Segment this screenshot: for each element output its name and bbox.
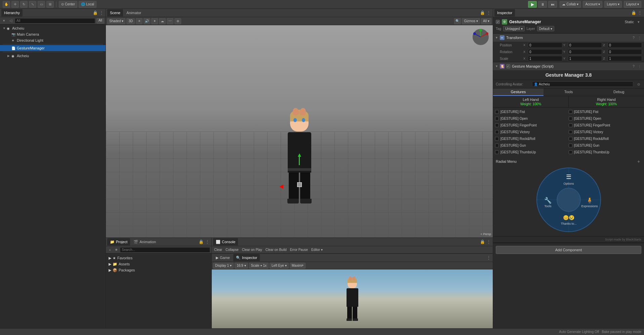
hierarchy-collapse-btn[interactable]: ◁ bbox=[8, 18, 13, 24]
scale-tool-btn[interactable]: ⤡ bbox=[29, 1, 36, 8]
multi-tool-btn[interactable]: ⊞ bbox=[46, 1, 54, 8]
hierarchy-all-btn[interactable]: All bbox=[96, 18, 104, 24]
gesture-left-cb-4[interactable] bbox=[495, 137, 499, 141]
pivot-space-btn[interactable]: 🌐 Local bbox=[79, 1, 96, 8]
project-fav-btn[interactable]: ★ bbox=[114, 247, 119, 253]
gesture-right-cb-0[interactable] bbox=[569, 110, 572, 114]
tools-tab[interactable]: Tools bbox=[544, 88, 594, 96]
gesture-right-cb-1[interactable] bbox=[569, 117, 572, 120]
game-display-dropdown[interactable]: Display 1 ▾ bbox=[213, 263, 234, 269]
rot-y-val[interactable]: 0 bbox=[568, 49, 602, 54]
inspector-tab[interactable]: Inspector bbox=[494, 9, 515, 16]
project-menu-btn[interactable]: ⋮ bbox=[205, 239, 210, 245]
scene-fx-btn[interactable]: ✦ bbox=[151, 18, 158, 24]
hierarchy-add-btn[interactable]: ▾ bbox=[1, 18, 7, 24]
scene-menu-btn[interactable]: ⋮ bbox=[486, 10, 491, 15]
transform-menu-btn[interactable]: ⋮ bbox=[637, 35, 642, 40]
game-resolution-dropdown[interactable]: 16:9 ▾ bbox=[235, 263, 248, 269]
gesture-right-cb-2[interactable] bbox=[569, 123, 572, 127]
console-tab[interactable]: ⬜ Console bbox=[213, 238, 238, 246]
tag-dropdown[interactable]: Untagged ▾ bbox=[503, 26, 524, 31]
gesture-left-cb-1[interactable] bbox=[495, 117, 499, 120]
tree-item-dirlight[interactable]: ☀ Directional Light bbox=[0, 37, 106, 43]
add-component-button[interactable]: Add Component bbox=[496, 246, 641, 254]
tree-item-maincamera[interactable]: 📷 Main Camera bbox=[0, 31, 106, 37]
console-lock-btn[interactable]: 🔒 bbox=[480, 239, 485, 245]
console-collapse-btn[interactable]: Collapse bbox=[224, 247, 240, 253]
transform-help-btn[interactable]: ? bbox=[631, 35, 636, 40]
inspector-menu-btn[interactable]: ⋮ bbox=[637, 10, 643, 15]
gesture-left-cb-3[interactable] bbox=[495, 130, 499, 134]
gm-active-checkbox[interactable]: ✓ bbox=[506, 64, 510, 68]
console-error-pause-btn[interactable]: Error Pause bbox=[288, 247, 310, 253]
pause-button[interactable]: ⏸ bbox=[538, 1, 547, 8]
scene-lock-btn[interactable]: 🔒 bbox=[480, 10, 485, 15]
gestures-tab[interactable]: Gestures bbox=[493, 88, 544, 96]
console-menu-btn[interactable]: ⋮ bbox=[486, 239, 491, 245]
project-item-favorites[interactable]: ▶ ★ Favorites bbox=[106, 255, 211, 261]
inspector-lock-btn[interactable]: 🔒 bbox=[631, 10, 636, 15]
project-lock-btn[interactable]: 🔒 bbox=[198, 239, 204, 245]
console-clear-build-btn[interactable]: Clear on Build bbox=[264, 247, 288, 253]
hierarchy-lock-btn[interactable]: 🔒 bbox=[92, 10, 98, 15]
scale-x-val[interactable]: 1 bbox=[528, 56, 562, 61]
hierarchy-tab[interactable]: Hierarchy bbox=[1, 9, 23, 16]
controlling-avatar-field[interactable]: 👤 Aicheiu bbox=[532, 81, 633, 87]
game-maximize-dropdown[interactable]: Maximiᵒ bbox=[290, 263, 306, 269]
animator-tab[interactable]: Animator bbox=[124, 9, 144, 16]
move-tool-btn[interactable]: ✛ bbox=[11, 1, 19, 8]
debug-tab[interactable]: Debug bbox=[594, 88, 644, 96]
console-clear-btn[interactable]: Clear bbox=[212, 247, 224, 253]
gesture-left-cb-0[interactable] bbox=[495, 110, 499, 114]
tree-item-gesturemanager[interactable]: 📄 GestureManager bbox=[0, 45, 106, 51]
gesture-left-cb-5[interactable] bbox=[495, 144, 499, 147]
gesture-right-cb-3[interactable] bbox=[569, 130, 572, 134]
hierarchy-menu-btn[interactable]: ⋮ bbox=[99, 10, 104, 15]
game-tab[interactable]: ▶ Game bbox=[213, 254, 233, 261]
game-inspector-tab[interactable]: 🔍 Inspector bbox=[233, 254, 260, 261]
scene-fog-btn[interactable]: 〰 bbox=[167, 18, 173, 24]
rect-tool-btn[interactable]: ▭ bbox=[38, 1, 45, 8]
pos-z-val[interactable]: 0 bbox=[608, 42, 642, 48]
radial-add-btn[interactable]: + bbox=[636, 159, 641, 164]
scene-lighting-btn[interactable]: ☀ bbox=[136, 18, 143, 24]
rot-z-val[interactable]: 0 bbox=[608, 49, 642, 54]
hand-tool-btn[interactable]: ✋ bbox=[3, 1, 10, 8]
shaded-dropdown[interactable]: Shaded ▾ bbox=[107, 18, 125, 24]
rot-x-val[interactable]: 0 bbox=[528, 49, 562, 54]
project-item-packages[interactable]: ▶ 📦 Packages bbox=[106, 267, 211, 273]
dimension-dropdown[interactable]: 3D bbox=[126, 18, 135, 24]
project-item-assets[interactable]: ▶ 📁 Assets bbox=[106, 261, 211, 267]
scene-skybox-btn[interactable]: ☁ bbox=[159, 18, 166, 24]
gesture-left-cb-6[interactable] bbox=[495, 150, 499, 154]
game-camera-dropdown[interactable]: Left Eye ▾ bbox=[270, 263, 289, 269]
gm-help-btn[interactable]: ? bbox=[631, 64, 636, 69]
move-handle[interactable] bbox=[297, 182, 302, 187]
gesture-left-cb-2[interactable] bbox=[495, 123, 499, 127]
layout-button[interactable]: Layout ▾ bbox=[624, 1, 641, 8]
gesture-right-cb-6[interactable] bbox=[569, 150, 572, 154]
ca-link-btn[interactable]: ⊙ bbox=[636, 81, 641, 87]
tree-item-aicheiu[interactable]: ▶ ◉ Aicheiu bbox=[0, 53, 106, 59]
scale-z-val[interactable]: 1 bbox=[608, 56, 642, 61]
project-tab[interactable]: 📁 Project bbox=[107, 238, 130, 246]
gizmos-dropdown[interactable]: Gizmos ▾ bbox=[462, 18, 480, 24]
play-button[interactable]: ▶ bbox=[528, 1, 537, 8]
gm-menu-btn[interactable]: ⋮ bbox=[637, 64, 642, 69]
gesture-right-cb-5[interactable] bbox=[569, 144, 572, 147]
account-button[interactable]: Account ▾ bbox=[583, 1, 602, 8]
layers-button[interactable]: Layers ▾ bbox=[604, 1, 622, 8]
scene-more-btn[interactable]: ⊕ bbox=[174, 18, 181, 24]
rotate-tool-btn[interactable]: ↻ bbox=[20, 1, 28, 8]
layer-dropdown[interactable]: Default ▾ bbox=[537, 26, 555, 31]
gesture-right-cb-4[interactable] bbox=[569, 137, 572, 141]
scene-search-btn[interactable]: 🔍 bbox=[454, 18, 461, 24]
tree-item-root[interactable]: ▼ ◉ Aicheiu bbox=[0, 25, 106, 31]
game-scale-dropdown[interactable]: Scale ● 1x bbox=[249, 263, 269, 269]
pos-y-val[interactable]: 0 bbox=[568, 42, 602, 48]
scene-audio-btn[interactable]: 🔊 bbox=[144, 18, 150, 24]
collab-button[interactable]: ☁ Collab ▾ bbox=[560, 1, 581, 8]
scale-y-val[interactable]: 1 bbox=[568, 56, 602, 61]
step-button[interactable]: ⏭ bbox=[548, 1, 557, 8]
hierarchy-search[interactable] bbox=[15, 18, 95, 24]
